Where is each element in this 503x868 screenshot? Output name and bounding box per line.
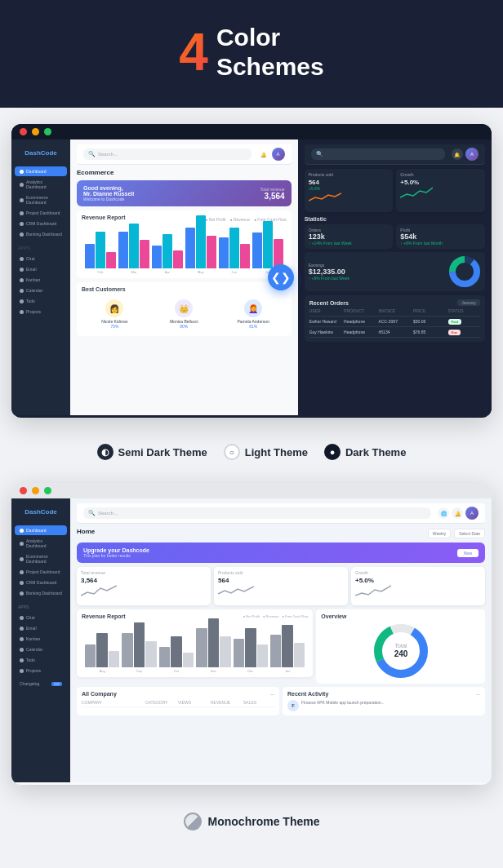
overview-card: Overview Total 240 bbox=[316, 609, 485, 684]
sidebar-item-crm[interactable]: CRM Dashboard bbox=[15, 219, 67, 228]
b1-2 bbox=[96, 633, 107, 667]
sidebar-item-projects-2[interactable]: Projects bbox=[15, 666, 67, 675]
bar-labels: Feb Mar Apr May Jun Jul bbox=[82, 268, 287, 274]
revenue-chart-2: Revenue Report ● Net Profit ● Revenue ● … bbox=[77, 609, 313, 677]
page-title-2: Home bbox=[77, 528, 95, 535]
sidebar-apps-2: APPS bbox=[15, 603, 67, 611]
topbar-light-2: 🔍 Search... 🌐 🔔 A bbox=[77, 503, 485, 524]
orders-filter[interactable]: January bbox=[457, 299, 480, 306]
th-product: PRODUCT bbox=[344, 308, 376, 313]
sidebar-item-email[interactable]: Email bbox=[15, 264, 67, 274]
sidebar-item-banking-2[interactable]: Banking Dashboard bbox=[15, 588, 67, 598]
status-badge-paid: Paid bbox=[448, 319, 461, 325]
bell-icon-2[interactable]: 🔔 bbox=[452, 507, 463, 519]
topbar-avatar-dark[interactable]: A bbox=[465, 148, 479, 161]
revenue-section-light: Revenue Report ● Net Profit ● Revenue ● … bbox=[77, 609, 313, 684]
search-box-light[interactable]: 🔍 Search... bbox=[83, 148, 252, 160]
sidebar-item-project-2[interactable]: Project Dashboard bbox=[15, 567, 67, 577]
sidebar-item-chat-2[interactable]: Chat bbox=[15, 613, 67, 622]
topbar-notif[interactable]: 🔔 bbox=[258, 148, 269, 160]
semi-dark-icon: ◐ bbox=[97, 444, 114, 460]
stat-label-growth: Growth bbox=[400, 172, 481, 177]
upgrade-sub: This plan for better results bbox=[83, 553, 149, 558]
customer-avatar-1: 👩 bbox=[105, 299, 123, 317]
sidebar-item-todo-2[interactable]: Todo bbox=[15, 655, 67, 665]
sidebar-item-analytics[interactable]: Analytics Dashboard bbox=[15, 177, 67, 192]
globe-icon[interactable]: 🌐 bbox=[438, 507, 449, 519]
stat-label-growth-2: Growth bbox=[355, 570, 481, 575]
sidebar-item-todo[interactable]: Todo bbox=[15, 296, 67, 306]
weekly-btn[interactable]: Weekly bbox=[428, 529, 451, 538]
b4-3 bbox=[220, 636, 230, 667]
bar-2-cyan bbox=[129, 224, 139, 268]
sparkline-growth bbox=[400, 186, 433, 201]
stat-row-1: Orders 123k ↑ +14% From last Week Profit… bbox=[305, 224, 485, 249]
sidebar-item-project[interactable]: Project Dashboard bbox=[15, 208, 67, 218]
carousel-button[interactable]: ❮❯ bbox=[268, 264, 294, 290]
welcome-banner: Good evening, Mr. Dianne Russell Welcome… bbox=[77, 180, 292, 206]
theme-dark: ● Dark Theme bbox=[324, 444, 406, 460]
search-2[interactable]: 🔍 Search... bbox=[83, 507, 431, 519]
header-text: Color Schemes bbox=[216, 23, 324, 82]
search-box-dark[interactable]: 🔍 bbox=[311, 148, 445, 160]
window-dot-yellow-2 bbox=[32, 487, 39, 494]
th-company: COMPANY bbox=[82, 700, 144, 705]
orders-table-title: Recent Orders bbox=[309, 300, 349, 306]
sidebar-item-kanban[interactable]: Kanban bbox=[15, 275, 67, 285]
header-line1: Color bbox=[216, 23, 324, 52]
orders-box: Orders 123k ↑ +14% From last Week bbox=[305, 224, 394, 249]
orders-value: 123k bbox=[309, 232, 389, 241]
b3-1 bbox=[159, 647, 170, 667]
sidebar-item-kanban-2[interactable]: Kanban bbox=[15, 634, 67, 644]
sidebar-item-analytics-2[interactable]: Analytics Dashboard bbox=[15, 536, 67, 551]
sidebar-item-banking[interactable]: Banking Dashboard bbox=[15, 229, 67, 239]
chart-overview-row: Revenue Report ● Net Profit ● Revenue ● … bbox=[77, 609, 485, 684]
sidebar-item-ecommerce[interactable]: Ecommerce Dashboard bbox=[15, 193, 67, 207]
sidebar-changelog[interactable]: Changelog 237 bbox=[15, 679, 67, 689]
sidebar-item-dashboard-2[interactable]: Dashboard bbox=[15, 525, 67, 535]
sparkline-revenue-2 bbox=[81, 584, 117, 599]
bar-group-1 bbox=[85, 232, 116, 268]
statistic-title: Statistic bbox=[305, 216, 327, 222]
all-company-more[interactable]: — bbox=[270, 692, 274, 697]
sidebar-item-dashboard[interactable]: Dashboard bbox=[15, 166, 67, 176]
monochrome-icon bbox=[184, 813, 202, 830]
profit-value: $54k bbox=[400, 232, 481, 241]
order-row-2: Guy Hawkins Headphone #5134 $76.85 Due bbox=[309, 327, 480, 338]
theme-labels-1: ◐ Semi Dark Theme ○ Light Theme ● Dark T… bbox=[0, 434, 503, 467]
sidebar-item-crm-2[interactable]: CRM Dashboard bbox=[15, 578, 67, 587]
bar-5-blue bbox=[219, 237, 229, 268]
topbar-right-light: 🔔 A bbox=[258, 148, 285, 161]
sidebar-1: DashCode Dashboard Analytics Dashboard E… bbox=[11, 140, 70, 415]
window-chrome-2 bbox=[11, 483, 492, 498]
sidebar-item-email-2[interactable]: Email bbox=[15, 623, 67, 633]
bl-sep: Sep bbox=[122, 669, 156, 673]
bl-dec: Dec bbox=[234, 669, 268, 673]
stat-label-revenue: Total revenue bbox=[81, 570, 207, 575]
main-split-1: 🔍 Search... 🔔 A Ecommerce Good evening, … bbox=[70, 140, 492, 415]
main-content-light: 🔍 Search... 🌐 🔔 A Home Weekly Select Dat… bbox=[70, 498, 492, 782]
sidebar-item-calendar-2[interactable]: Calendar bbox=[15, 644, 67, 654]
dashboard-body-2: DashCode Dashboard Analytics Dashboard E… bbox=[11, 498, 492, 782]
activity-more[interactable]: — bbox=[476, 692, 480, 697]
welcome-greeting: Good evening, bbox=[83, 185, 134, 191]
topbar-avatar[interactable]: A bbox=[272, 148, 285, 161]
bg-1 bbox=[85, 633, 119, 667]
customer-1: 👩 Nicole Kidman 75% bbox=[82, 296, 148, 332]
upgrade-btn[interactable]: Now bbox=[457, 549, 479, 557]
sidebar-item-chat[interactable]: Chat bbox=[15, 254, 67, 264]
svg-text:Total: Total bbox=[394, 643, 407, 649]
td-product-1: Headphone bbox=[344, 319, 376, 324]
td-user-2: Guy Hawkins bbox=[309, 330, 341, 334]
sidebar-item-ecommerce-2[interactable]: Ecommerce Dashboard bbox=[15, 551, 67, 566]
topbar-avatar-2[interactable]: A bbox=[465, 507, 479, 520]
dark-icon: ● bbox=[324, 444, 341, 460]
sidebar-item-calendar[interactable]: Calendar bbox=[15, 286, 67, 295]
bar-chart-2 bbox=[82, 622, 308, 667]
topbar-notif-dark[interactable]: 🔔 bbox=[452, 148, 463, 160]
select-date-btn[interactable]: Select Date bbox=[454, 529, 485, 538]
bar-4-pink bbox=[207, 236, 216, 268]
sidebar-item-projects[interactable]: Projects bbox=[15, 307, 67, 317]
th-views: VIEWS bbox=[178, 700, 209, 705]
overview-title: Overview bbox=[321, 613, 480, 619]
